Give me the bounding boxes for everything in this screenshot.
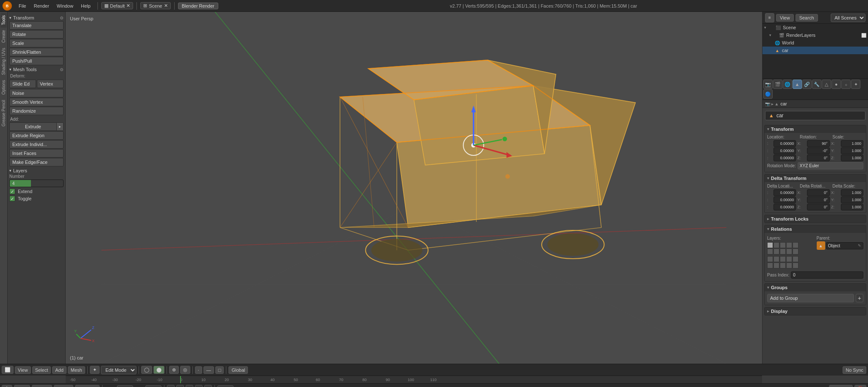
proportional-edit[interactable]: ◎ [180,366,190,374]
prev-frame-btn[interactable]: ◀ [176,385,184,387]
constraints-tab[interactable]: 🔗 [802,80,812,89]
display-header[interactable]: ▸ Display [765,307,866,315]
outliner-icon-btn[interactable]: ≡ [765,13,774,22]
grease-pencil-tab[interactable]: Grease Pencil [0,97,7,129]
parent-field[interactable]: Object ✎ [826,242,864,249]
extrude-indiv-button[interactable]: Extrude Individ... [9,140,64,149]
start-frame-input[interactable] [117,385,133,387]
shading-solid[interactable]: ⬤ [153,366,164,374]
physics-tab[interactable]: 🔵 [763,89,773,99]
scale-x-field[interactable]: 1.000 [841,140,863,147]
particles-tab[interactable]: ✦ [851,80,860,89]
mode-selector[interactable]: Edit Mode [101,366,136,374]
view-button[interactable]: View [776,14,794,22]
outliner-renderlayers[interactable]: ▾ 🎬 RenderLayers ⬜ [762,31,868,39]
world-tab[interactable]: 🌐 [783,80,792,89]
extrude-region-button[interactable]: Extrude Region [9,131,64,140]
noise-button[interactable]: Noise [9,89,64,97]
transform-locks-header[interactable]: ▸ Transform Locks [765,215,866,223]
viewport-editor-type[interactable]: ⬜ [2,366,14,374]
mesh-tools-section-header[interactable]: ▾ Mesh Tools ⚙ [9,67,64,72]
view-menu-button[interactable]: View [15,366,31,374]
menu-help[interactable]: Help [78,3,94,9]
rot-x-field[interactable]: 90° [807,140,829,147]
add-to-group-button[interactable]: Add to Group [767,294,854,302]
snap-icon[interactable]: ⊕ [169,366,179,374]
no-sync-timeline-btn[interactable]: No Sync [829,385,853,387]
add-group-plus-button[interactable]: + [856,294,863,302]
dscale-y-field[interactable]: 1.000 [841,196,863,203]
layer-20[interactable] [793,263,798,268]
mesh-tools-gear-icon[interactable]: ⚙ [60,67,64,72]
outliner-world[interactable]: 🌐 World [762,39,868,47]
rotate-button[interactable]: Rotate [9,30,64,39]
data-tab[interactable]: △ [822,80,831,89]
end-frame-input[interactable] [145,385,161,387]
make-edge-face-button[interactable]: Make Edge/Face [9,158,64,166]
jump-to-start-btn[interactable]: ⏮ [167,385,175,387]
layer-1[interactable] [767,242,773,248]
select-mode-face[interactable]: □ [215,366,224,374]
scene-selector[interactable]: ⊞ Scene ✕ [140,2,170,9]
layers-section-header[interactable]: ▾ Layers [9,168,64,173]
timeline-view-btn[interactable]: View [14,385,30,387]
slide-edge-button[interactable]: Slide Ed [9,80,36,88]
vertex-button[interactable]: Vertex [37,80,64,88]
tools-tab[interactable]: Tools [0,13,7,28]
all-scenes-select[interactable]: All Scenes [831,14,865,22]
layer-15[interactable] [793,256,798,262]
timeline-playback-btn[interactable]: Playback [75,385,100,387]
scene-props-tab[interactable]: 🎬 [773,80,782,89]
modifiers-tab[interactable]: 🔧 [812,80,821,89]
inset-faces-button[interactable]: Inset Faces [9,149,64,158]
layer-6[interactable] [767,249,773,254]
menu-file[interactable]: File [15,3,30,9]
layer-12[interactable] [773,256,779,262]
rot-z-field[interactable]: 0° [807,155,829,161]
render-tab[interactable]: 📷 [763,80,773,89]
extrude-button[interactable]: Extrude [9,122,57,131]
global-selector[interactable]: Global [228,366,248,374]
push-pull-button[interactable]: Push/Pull [9,57,64,65]
select-menu-button[interactable]: Select [32,366,51,374]
editor-type-selector[interactable]: ▦ Default ✕ [101,2,134,9]
material-tab[interactable]: ● [832,80,841,89]
dloc-y-field[interactable]: 0.00000 [773,196,796,203]
layer-17[interactable] [773,263,779,268]
scale-z-field[interactable]: 1.000 [841,155,863,161]
translate-button[interactable]: Translate [9,21,64,30]
options-tab[interactable]: Options [0,77,7,97]
toggle-checkbox-row[interactable]: ✓ Toggle [9,196,64,202]
number-slider[interactable]: 4 [9,180,64,187]
outliner-scene[interactable]: ▾ ⬛ Scene [762,24,868,31]
shading-uvs-tab[interactable]: Shading / UVs [0,45,7,77]
render-engine-selector[interactable]: Blender Render [178,3,218,9]
layer-11[interactable] [767,256,773,262]
no-sync-btn[interactable]: No Sync [843,366,866,374]
layer-5[interactable] [793,242,798,248]
outliner-car[interactable]: ▲ car [762,47,868,54]
menu-render[interactable]: Render [31,3,53,9]
loc-y-field[interactable]: 0.00000 [773,147,796,154]
next-frame-btn[interactable]: ▶ [195,385,203,387]
select-mode-vertex[interactable]: · [195,366,202,374]
texture-tab[interactable]: ⬦ [841,80,851,89]
layer-4[interactable] [786,242,792,248]
layer-13[interactable] [780,256,786,262]
layer-3[interactable] [780,242,786,248]
add-menu-button[interactable]: Add [52,366,67,374]
loc-z-field[interactable]: 0.00000 [773,155,796,161]
scale-y-field[interactable]: 1.000 [841,147,863,154]
layer-2[interactable] [773,242,779,248]
dscale-x-field[interactable]: 1.000 [841,189,863,196]
timeline-frame-btn[interactable]: Frame [54,385,73,387]
layer-19[interactable] [786,263,792,268]
timeline-marker-btn[interactable]: Marker [32,385,52,387]
jump-to-end-btn[interactable]: ⏭ [204,385,212,387]
layer-10[interactable] [793,249,798,254]
shading-wireframe[interactable]: ◯ [141,366,152,374]
dloc-x-field[interactable]: 0.00000 [773,189,796,196]
extend-checkbox-row[interactable]: ✓ Extend [9,188,64,194]
create-tab[interactable]: Create [0,28,7,45]
extrude-arrow-button[interactable]: ▸ [57,122,64,131]
